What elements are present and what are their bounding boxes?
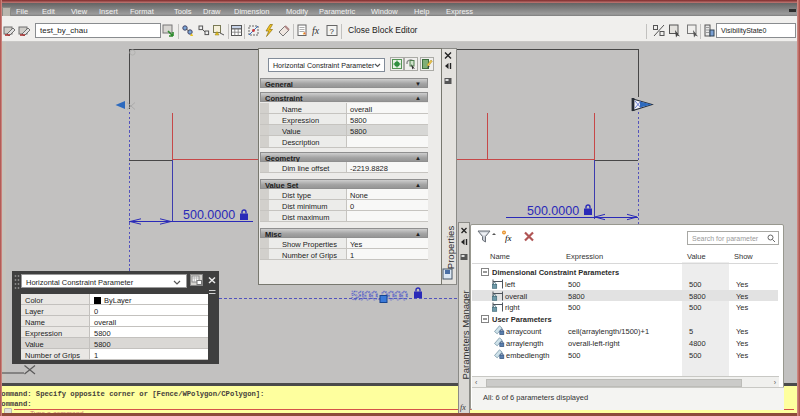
svg-text:fx: fx (505, 233, 512, 243)
svg-text:500.0000: 500.0000 (183, 208, 235, 222)
svg-text:500.0000: 500.0000 (527, 204, 579, 218)
svg-text:fx: fx (312, 25, 320, 36)
svg-text:?: ? (330, 27, 335, 36)
